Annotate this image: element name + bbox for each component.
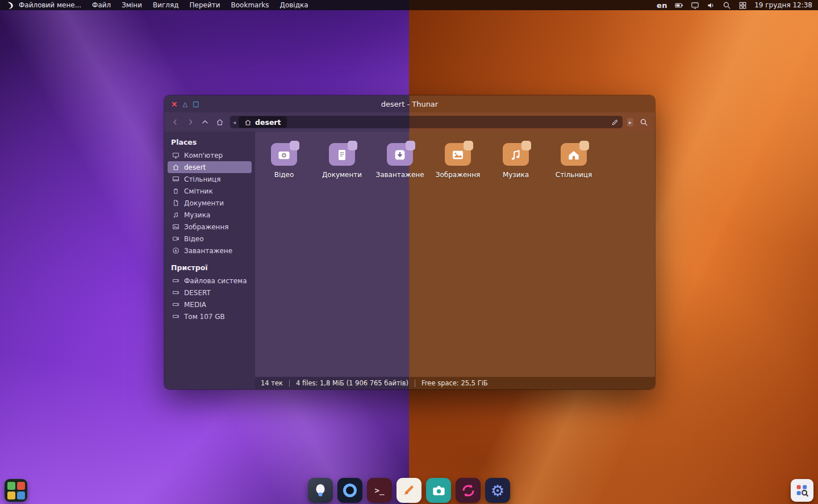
folder-fold	[521, 141, 531, 150]
menubar-item-file[interactable]: Файл	[92, 1, 111, 9]
file-label: Музика	[503, 171, 529, 179]
file-item-downloads[interactable]: Завантажене	[371, 138, 429, 179]
app-finder-button[interactable]	[791, 479, 813, 502]
sidebar-item-label: DESERT	[184, 289, 211, 297]
sidebar-item-desert-volume[interactable]: DESERT	[168, 287, 252, 299]
sidebar-item-videos[interactable]: Відео	[168, 233, 252, 245]
path-scroll-right-button[interactable]: ▸	[627, 118, 633, 127]
keyboard-layout-indicator[interactable]: en	[657, 1, 667, 10]
dock-text-editor-icon[interactable]	[397, 478, 421, 503]
music-icon	[172, 211, 180, 219]
file-item-desktop[interactable]: Стільниця	[545, 138, 603, 179]
music-folder-icon	[503, 143, 529, 166]
desktop-folder-icon	[561, 143, 587, 166]
camera-emblem-icon	[277, 148, 291, 162]
clock[interactable]: 19 грудня 12:38	[754, 1, 813, 9]
sidebar-item-label: MEDIA	[184, 301, 206, 309]
menubar-item-go[interactable]: Перейти	[190, 1, 220, 9]
drive-icon	[172, 301, 180, 308]
sidebar-item-media-volume[interactable]: MEDIA	[168, 299, 252, 310]
file-item-pictures[interactable]: Зображення	[429, 138, 487, 179]
dock-screenshot-icon[interactable]	[426, 478, 451, 503]
up-button[interactable]	[199, 116, 211, 128]
edit-path-icon[interactable]	[610, 116, 621, 128]
file-label: Відео	[274, 171, 294, 179]
sidebar-places-header: Places	[171, 138, 248, 146]
picture-emblem-icon	[451, 148, 465, 162]
sidebar-item-documents[interactable]: Документи	[168, 197, 252, 209]
dock-settings-icon[interactable]: ⚙	[485, 478, 510, 503]
menubar: Файловий мене... Файл Зміни Вигляд Перей…	[19, 1, 308, 9]
sidebar-item-pictures[interactable]: Зображення	[168, 221, 252, 233]
sidebar-item-label: Комп'ютер	[184, 152, 223, 159]
sidebar-item-trash[interactable]: Смітник	[168, 185, 252, 197]
path-crumb-desert[interactable]: desert	[239, 116, 286, 128]
menubar-item-help[interactable]: Довідка	[280, 1, 308, 9]
home-icon	[172, 163, 180, 171]
sidebar-item-downloads[interactable]: Завантажене	[168, 245, 252, 257]
battery-icon[interactable]	[675, 1, 683, 10]
status-bar: 14 тек 4 files: 1,8 МіБ (1 906 765 байті…	[255, 377, 655, 389]
sidebar-item-desert[interactable]: desert	[168, 161, 252, 173]
tray-grid-icon[interactable]	[738, 1, 747, 10]
path-bar[interactable]: ◂ desert	[230, 116, 623, 128]
file-label: Документи	[322, 171, 362, 179]
desktop-icon	[172, 175, 180, 183]
dock: >_ ⚙	[308, 478, 510, 503]
file-label: Стільниця	[556, 171, 592, 179]
sidebar: Places Комп'ютер desert Стільниця Смітни…	[164, 132, 255, 389]
volume-icon[interactable]	[707, 1, 715, 10]
sidebar-item-volume-107gb[interactable]: Том 107 GB	[168, 310, 252, 322]
sync-arrows-icon	[460, 482, 477, 499]
display-icon[interactable]	[691, 1, 699, 10]
home-button[interactable]	[214, 116, 226, 128]
file-item-videos[interactable]: Відео	[255, 138, 313, 179]
file-view[interactable]: Відео Документи	[255, 132, 655, 377]
distro-logo-icon[interactable]	[6, 1, 14, 10]
sidebar-item-desktop[interactable]: Стільниця	[168, 173, 252, 185]
toolbar-right: ▸	[627, 116, 649, 128]
app-launcher-button[interactable]	[5, 479, 27, 502]
folder-fold	[348, 141, 357, 150]
launcher-grid-icon	[7, 492, 15, 499]
gear-icon: ⚙	[491, 483, 504, 498]
maximize-button[interactable]: □	[193, 100, 199, 107]
forward-button[interactable]	[185, 116, 196, 128]
file-item-documents[interactable]: Документи	[313, 138, 371, 179]
downloads-icon	[172, 247, 180, 254]
dock-terminal-icon[interactable]: >_	[367, 478, 392, 503]
status-free-space: Free space: 25,5 ГіБ	[421, 379, 488, 387]
menubar-item-file-manager[interactable]: Файловий мене...	[19, 1, 81, 9]
launcher-grid-icon	[17, 482, 25, 490]
menubar-item-view[interactable]: Вигляд	[153, 1, 179, 9]
back-button[interactable]	[170, 116, 181, 128]
computer-icon	[172, 152, 180, 159]
minimize-button[interactable]: △	[183, 101, 187, 107]
path-scroll-left-button[interactable]: ◂	[232, 119, 237, 125]
menubar-item-edit[interactable]: Зміни	[122, 1, 142, 9]
document-emblem-icon	[335, 148, 349, 162]
search-icon[interactable]	[723, 1, 731, 10]
dock-file-manager-icon[interactable]	[308, 478, 333, 503]
downloads-folder-icon	[387, 143, 413, 166]
sidebar-item-computer[interactable]: Комп'ютер	[168, 149, 252, 161]
folder-fold	[464, 141, 473, 150]
drive-icon	[172, 277, 180, 284]
launcher-grid-icon	[17, 492, 25, 499]
file-label: Зображення	[436, 171, 481, 179]
sidebar-item-music[interactable]: Музика	[168, 209, 252, 221]
sidebar-item-filesystem[interactable]: Файлова система	[168, 275, 252, 287]
sidebar-item-label: Файлова система	[184, 277, 247, 285]
search-button[interactable]	[638, 116, 649, 128]
pencil-icon	[402, 483, 416, 498]
pictures-folder-icon	[445, 143, 471, 166]
drive-icon	[172, 313, 180, 320]
desktop: Файловий мене... Файл Зміни Вигляд Перей…	[0, 0, 818, 504]
close-button[interactable]: ×	[171, 100, 178, 108]
window-controls: × △ □	[164, 100, 206, 108]
dock-sync-icon[interactable]	[456, 478, 481, 503]
file-item-music[interactable]: Музика	[487, 138, 545, 179]
menubar-item-bookmarks[interactable]: Bookmarks	[231, 1, 269, 9]
window-titlebar[interactable]: × △ □ desert - Thunar	[164, 95, 655, 112]
dock-browser-icon[interactable]	[337, 478, 362, 503]
